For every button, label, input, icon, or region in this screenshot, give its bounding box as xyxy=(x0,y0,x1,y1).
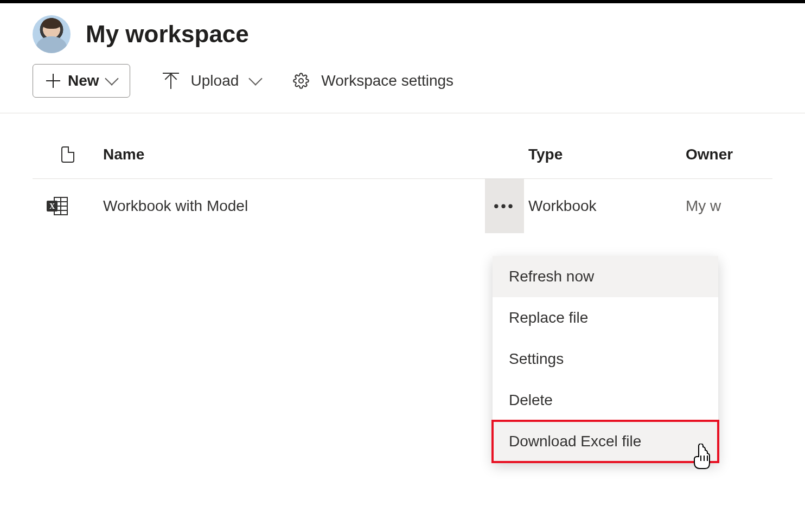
content-table: Name Type Owner X Workbook with Model ••… xyxy=(0,146,805,233)
chevron-down-icon xyxy=(105,72,118,85)
column-header-icon xyxy=(33,146,103,163)
column-header-owner[interactable]: Owner xyxy=(686,146,772,163)
svg-point-0 xyxy=(299,79,303,83)
upload-label: Upload xyxy=(191,72,239,89)
table-row[interactable]: X Workbook with Model ••• Workbook My w xyxy=(33,179,772,233)
page-title: My workspace xyxy=(86,21,249,48)
menu-item-delete[interactable]: Delete xyxy=(493,380,718,421)
svg-text:X: X xyxy=(49,202,55,210)
item-type: Workbook xyxy=(528,197,686,215)
gear-icon xyxy=(293,73,309,89)
toolbar: New Upload Workspace settings xyxy=(0,64,805,113)
new-button[interactable]: New xyxy=(33,64,130,98)
header-divider xyxy=(0,113,805,113)
column-header-name[interactable]: Name xyxy=(103,146,485,163)
context-menu: Refresh now Replace file Settings Delete… xyxy=(493,256,718,462)
item-owner: My w xyxy=(686,197,772,215)
menu-item-refresh-now[interactable]: Refresh now xyxy=(493,256,718,297)
upload-icon xyxy=(163,73,179,89)
workspace-settings-label: Workspace settings xyxy=(321,72,453,89)
more-options-button[interactable]: ••• xyxy=(485,179,524,233)
upload-button[interactable]: Upload xyxy=(163,72,261,89)
column-header-type[interactable]: Type xyxy=(528,146,686,163)
item-name[interactable]: Workbook with Model xyxy=(103,197,485,215)
more-icon: ••• xyxy=(494,198,515,215)
chevron-down-icon xyxy=(249,72,263,85)
table-header-row: Name Type Owner xyxy=(33,146,772,179)
plus-icon xyxy=(46,74,60,88)
workspace-header: My workspace xyxy=(0,0,805,64)
window-top-border xyxy=(0,0,805,3)
menu-item-settings[interactable]: Settings xyxy=(493,338,718,380)
menu-item-replace-file[interactable]: Replace file xyxy=(493,297,718,338)
excel-workbook-icon: X xyxy=(47,196,68,216)
avatar[interactable] xyxy=(33,15,71,53)
workspace-settings-button[interactable]: Workspace settings xyxy=(293,72,453,89)
menu-item-download-excel-file[interactable]: Download Excel file xyxy=(493,421,718,462)
new-button-label: New xyxy=(68,72,99,89)
document-icon xyxy=(61,146,74,163)
